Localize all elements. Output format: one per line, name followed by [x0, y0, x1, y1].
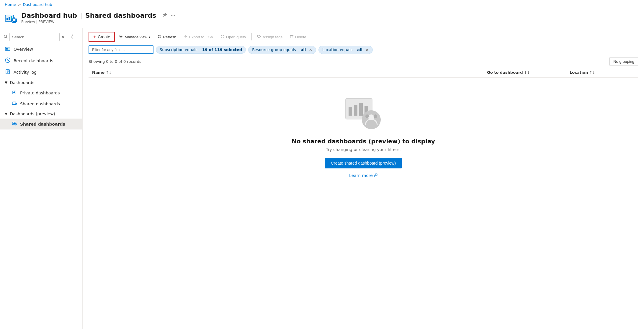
svg-rect-30 — [13, 123, 14, 124]
resource-group-filter-close[interactable]: ✕ — [309, 47, 312, 52]
activity-log-icon — [5, 69, 11, 76]
export-csv-button[interactable]: Export to CSV — [181, 33, 216, 41]
external-link-icon — [374, 173, 377, 178]
search-icon — [4, 35, 8, 40]
svg-point-55 — [374, 114, 377, 118]
export-icon — [184, 35, 188, 40]
sidebar-item-shared-dashboards[interactable]: Shared dashboards — [0, 98, 82, 109]
open-query-button[interactable]: Open query — [218, 33, 249, 41]
chevron-down-icon-2: ▼ — [5, 112, 7, 116]
sidebar: ✕ 《 Overview Recent dashboards Activity … — [0, 28, 83, 329]
svg-rect-58 — [375, 174, 377, 175]
breadcrumb-home[interactable]: Home — [5, 2, 16, 7]
toolbar-separator — [251, 33, 252, 40]
create-shared-dashboard-button[interactable]: Create shared dashboard (preview) — [325, 158, 402, 168]
sidebar-item-label-recent: Recent dashboards — [14, 58, 53, 63]
sort-icon-location: ↑↓ — [589, 70, 595, 75]
empty-state-subtitle: Try changing or clearing your filters. — [326, 147, 401, 152]
delete-button[interactable]: Delete — [287, 33, 309, 41]
private-dashboards-icon — [12, 90, 17, 96]
sidebar-item-label-activity: Activity log — [14, 70, 37, 75]
breadcrumb: Home > Dashboard hub — [0, 0, 644, 9]
open-query-icon — [220, 35, 225, 40]
svg-rect-25 — [14, 91, 15, 93]
no-grouping-button[interactable]: No grouping — [609, 58, 638, 65]
sidebar-item-shared-dashboards-preview[interactable]: Shared dashboards — [0, 119, 82, 129]
recent-icon — [5, 57, 11, 64]
sort-icon-goto: ↑↓ — [524, 70, 530, 75]
filter-input[interactable] — [89, 45, 153, 54]
assign-tags-button[interactable]: Assign tags — [254, 33, 285, 41]
plus-icon: + — [93, 34, 96, 40]
subscription-filter-label: Subscription equals — [160, 47, 197, 52]
empty-state-icon — [344, 96, 383, 132]
filters-row: Subscription equals 19 of 119 selected R… — [89, 45, 638, 54]
gear-icon — [119, 35, 123, 40]
create-button[interactable]: + Create — [89, 32, 115, 42]
sidebar-item-label-overview: Overview — [14, 47, 33, 52]
page-title: Dashboard hub | Shared dashboards — [21, 12, 176, 19]
svg-rect-48 — [349, 107, 352, 116]
location-filter-pill[interactable]: Location equals all ✕ — [318, 46, 373, 54]
resource-group-filter-label: Resource group equals — [252, 47, 296, 52]
svg-point-39 — [223, 36, 224, 36]
sort-icon-name: ↑↓ — [106, 70, 112, 75]
location-filter-label: Location equals — [322, 47, 352, 52]
sidebar-item-activity-log[interactable]: Activity log — [0, 66, 82, 78]
sidebar-item-label-private: Private dashboards — [20, 91, 60, 95]
resource-group-filter-pill[interactable]: Resource group equals all ✕ — [248, 46, 316, 54]
section-label-dashboards: Dashboards — [10, 80, 34, 85]
search-input[interactable] — [9, 33, 60, 41]
collapse-icon[interactable]: 《 — [68, 34, 73, 40]
sidebar-search-row: ✕ 《 — [0, 31, 82, 43]
refresh-icon — [157, 35, 161, 40]
sidebar-item-recent-dashboards[interactable]: Recent dashboards — [0, 55, 82, 66]
svg-rect-24 — [13, 92, 14, 93]
svg-rect-16 — [7, 48, 8, 50]
section-label-dashboards-preview: Dashboards (preview) — [10, 111, 55, 116]
sidebar-section-dashboards[interactable]: ▼ Dashboards — [0, 78, 82, 87]
table-meta: Showing 0 to 0 of 0 records. No grouping — [89, 58, 638, 65]
svg-rect-31 — [14, 122, 15, 124]
pin-icon[interactable] — [163, 13, 168, 19]
delete-icon — [290, 35, 294, 40]
col-header-name[interactable]: Name ↑↓ — [92, 70, 487, 75]
col-header-go-to-dashboard[interactable]: Go to dashboard ↑↓ — [487, 70, 570, 75]
svg-point-10 — [173, 15, 174, 16]
learn-more-link[interactable]: Learn more — [349, 173, 377, 178]
sidebar-item-label-shared: Shared dashboards — [20, 101, 60, 106]
sidebar-item-private-dashboards[interactable]: Private dashboards — [0, 87, 82, 98]
breadcrumb-current[interactable]: Dashboard hub — [23, 2, 52, 7]
svg-rect-2 — [6, 18, 8, 20]
svg-point-54 — [365, 114, 369, 118]
clear-search-icon[interactable]: ✕ — [61, 35, 65, 40]
manage-view-button[interactable]: Manage view ▾ — [116, 33, 153, 41]
sidebar-item-overview[interactable]: Overview — [0, 43, 82, 55]
svg-point-8 — [15, 18, 16, 19]
subscription-filter-pill[interactable]: Subscription equals 19 of 119 selected — [156, 46, 246, 54]
shared-dashboards-preview-icon — [12, 121, 17, 127]
records-count: Showing 0 to 0 of 0 records. — [89, 59, 143, 64]
svg-point-41 — [258, 35, 259, 36]
svg-rect-3 — [9, 17, 10, 20]
empty-state-title: No shared dashboards (preview) to displa… — [292, 138, 435, 145]
svg-rect-17 — [9, 48, 9, 50]
location-filter-close[interactable]: ✕ — [365, 47, 369, 52]
svg-rect-50 — [359, 103, 363, 116]
learn-more: Learn more — [349, 173, 377, 178]
svg-rect-15 — [6, 48, 7, 50]
col-header-location[interactable]: Location ↑↓ — [570, 70, 635, 75]
sidebar-section-dashboards-preview[interactable]: ▼ Dashboards (preview) — [0, 109, 82, 119]
svg-line-13 — [6, 37, 8, 39]
more-icon[interactable] — [170, 13, 176, 19]
svg-rect-49 — [354, 105, 357, 116]
page-subtitle: Preview | PREVIEW — [21, 20, 176, 24]
table-header: Name ↑↓ Go to dashboard ↑↓ Location ↑↓ — [89, 68, 638, 78]
assign-tags-icon — [257, 35, 261, 40]
shared-dashboards-icon — [12, 101, 17, 107]
refresh-button[interactable]: Refresh — [154, 33, 179, 41]
breadcrumb-separator: > — [18, 2, 21, 7]
svg-rect-42 — [290, 35, 293, 38]
svg-point-37 — [221, 36, 222, 36]
sidebar-item-label-shared-preview: Shared dashboards — [20, 122, 65, 127]
